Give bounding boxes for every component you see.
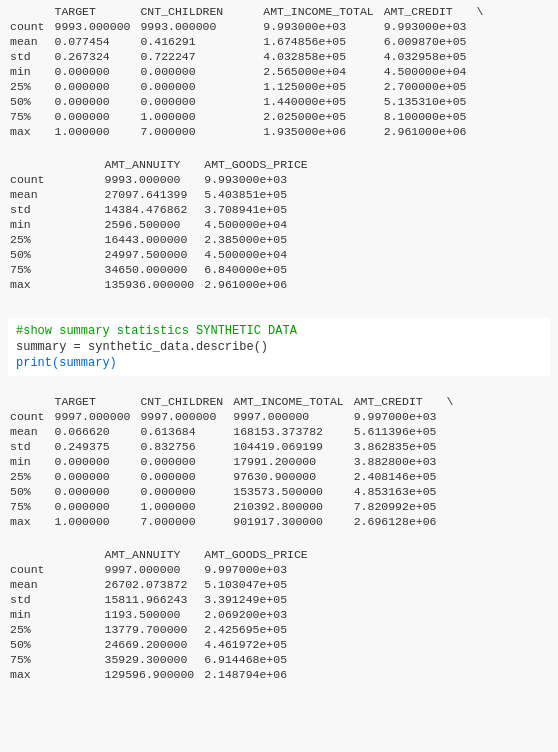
cell: 0.000000 [55,499,141,514]
table-row: count 9993.000000 9993.000000 9.993000e+… [8,19,493,34]
cell [8,4,55,19]
code-line-1: summary = synthetic_data.describe() [16,338,542,356]
row-label: 50% [8,637,55,652]
cell: 0.000000 [140,79,233,94]
row-label: min [8,607,55,622]
table-row: 75% 0.000000 1.000000 2.025000e+05 8.100… [8,109,493,124]
table-row: 50% 0.000000 0.000000 1.440000e+05 5.135… [8,94,493,109]
cell: 1.000000 [55,514,141,529]
row-label: mean [8,187,55,202]
table-block-3: TARGET CNT_CHILDREN AMT_INCOME_TOTAL AMT… [8,394,550,529]
cell: 4.032858e+05 [263,49,383,64]
cell: 2.069200e+03 [204,607,318,622]
table-row: min 2596.500000 4.500000e+04 [8,217,318,232]
code-comment: #show summary statistics SYNTHETIC DATA [16,324,542,338]
cell: 1193.500000 [55,607,205,622]
table-row: count 9997.000000 9.997000e+03 [8,562,318,577]
stats-table-2: AMT_ANNUITY AMT_GOODS_PRICE count 9993.0… [8,157,318,292]
cell: 7.000000 [140,124,233,139]
cell [8,547,55,562]
cell [233,124,263,139]
table-block-1: TARGET CNT_CHILDREN AMT_INCOME_TOTAL AMT… [8,4,550,139]
cell: 135936.000000 [55,277,205,292]
cell: 129596.900000 [55,667,205,682]
row-label: 75% [8,499,55,514]
cell: 2.408146e+05 [354,469,447,484]
cell [233,64,263,79]
cell: 0.416291 [140,34,233,49]
cell: 2.425695e+05 [204,622,318,637]
table-row: min 0.000000 0.000000 17991.200000 3.882… [8,454,463,469]
row-label: mean [8,424,55,439]
row-label: std [8,439,55,454]
cell: 9.997000e+03 [204,562,318,577]
cell: 4.500000e+04 [204,217,318,232]
table-row: 50% 0.000000 0.000000 153573.500000 4.85… [8,484,463,499]
table-row: min 1193.500000 2.069200e+03 [8,607,318,622]
row-label: count [8,172,55,187]
cell: 34650.000000 [55,262,205,277]
cell: 0.000000 [140,64,233,79]
table-row: std 15811.966243 3.391249e+05 [8,592,318,607]
cell: 9993.000000 [55,172,205,187]
cell: 0.832756 [140,439,233,454]
cell: 7.000000 [140,514,233,529]
cell: AMT_ANNUITY [55,547,205,562]
cell: 104419.069199 [233,439,353,454]
cell: 2.961000e+06 [384,124,477,139]
row-label: max [8,514,55,529]
cell: 4.461972e+05 [204,637,318,652]
main-container: TARGET CNT_CHILDREN AMT_INCOME_TOTAL AMT… [0,0,558,694]
table-row: 25% 13779.700000 2.425695e+05 [8,622,318,637]
table-row: count 9993.000000 9.993000e+03 [8,172,318,187]
row-label: 50% [8,94,55,109]
cell: 0.613684 [140,424,233,439]
row-label: std [8,202,55,217]
spacer [8,300,550,310]
row-label: max [8,124,55,139]
cell: 168153.373782 [233,424,353,439]
cell: 9.997000e+03 [354,409,447,424]
table-row: max 1.000000 7.000000 1.935000e+06 2.961… [8,124,493,139]
row-label: 25% [8,622,55,637]
table-row: 75% 35929.300000 6.914468e+05 [8,652,318,667]
stats-table-3: TARGET CNT_CHILDREN AMT_INCOME_TOTAL AMT… [8,394,463,529]
cell [233,94,263,109]
cell: 2.565000e+04 [263,64,383,79]
cell: \ [477,4,494,19]
cell: 0.000000 [55,484,141,499]
cell: 1.125000e+05 [263,79,383,94]
spacer [8,537,550,547]
cell [233,109,263,124]
cell: 3.882800e+03 [354,454,447,469]
cell [233,79,263,94]
table-block-4: AMT_ANNUITY AMT_GOODS_PRICE count 9997.0… [8,547,550,682]
cell: 7.820992e+05 [354,499,447,514]
table-row: 25% 0.000000 0.000000 97630.900000 2.408… [8,469,463,484]
cell [8,157,55,172]
row-label: 25% [8,232,55,247]
cell: CNT_CHILDREN [140,394,233,409]
cell: TARGET [55,4,141,19]
cell: 24669.200000 [55,637,205,652]
table-row: TARGET CNT_CHILDREN AMT_INCOME_TOTAL AMT… [8,4,493,19]
cell: 97630.900000 [233,469,353,484]
stats-table-4: AMT_ANNUITY AMT_GOODS_PRICE count 9997.0… [8,547,318,682]
cell: AMT_GOODS_PRICE [204,547,318,562]
table-block-2: AMT_ANNUITY AMT_GOODS_PRICE count 9993.0… [8,157,550,292]
cell: 0.000000 [55,469,141,484]
stats-table-1: TARGET CNT_CHILDREN AMT_INCOME_TOTAL AMT… [8,4,493,139]
table-row: 25% 16443.000000 2.385000e+05 [8,232,318,247]
cell: 24997.500000 [55,247,205,262]
table-row: mean 0.066620 0.613684 168153.373782 5.6… [8,424,463,439]
cell: 0.000000 [55,64,141,79]
cell: 210392.800000 [233,499,353,514]
cell [8,394,55,409]
table-row: 25% 0.000000 0.000000 1.125000e+05 2.700… [8,79,493,94]
cell: 6.840000e+05 [204,262,318,277]
cell: 15811.966243 [55,592,205,607]
cell: AMT_ANNUITY [55,157,205,172]
row-label: count [8,409,55,424]
cell: 5.611396e+05 [354,424,447,439]
cell: 9993.000000 [140,19,233,34]
